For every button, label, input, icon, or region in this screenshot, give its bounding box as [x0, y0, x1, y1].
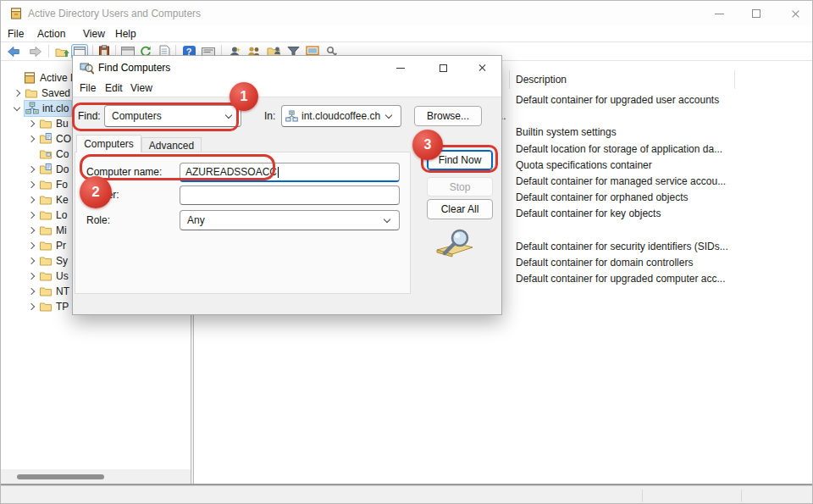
- list-row[interactable]: Default location for storage of applicat…: [516, 141, 722, 158]
- menu-view[interactable]: View: [83, 26, 105, 42]
- list-row[interactable]: Default container for managed service ac…: [516, 174, 726, 190]
- folder-icon: [39, 269, 53, 283]
- menu-file[interactable]: File: [8, 26, 24, 42]
- folder-icon: [39, 224, 53, 237]
- tree-item-domain[interactable]: int.clo: [13, 101, 71, 116]
- dialog-menu-edit[interactable]: Edit: [105, 80, 123, 97]
- dialog-minimize-button[interactable]: [386, 56, 415, 80]
- tree-item-domain-controllers[interactable]: Do: [27, 162, 69, 177]
- window-title: Active Directory Users and Computers: [28, 1, 201, 26]
- tree-item-ntds-quotas[interactable]: NT: [27, 284, 69, 299]
- folder-icon: [25, 86, 38, 100]
- folder-icon: [39, 178, 53, 191]
- role-label: Role:: [86, 214, 110, 226]
- annotation-rect-computer-name: [80, 154, 275, 180]
- up-one-level-icon[interactable]: [53, 44, 70, 59]
- statusbar-separator: [642, 490, 643, 502]
- horizontal-scrollbar[interactable]: [1, 469, 191, 485]
- chevron-right-icon[interactable]: [28, 120, 35, 127]
- find-computers-dialog: Find Computers File Edit View Find: Comp…: [72, 55, 502, 315]
- folder-icon: [39, 254, 53, 268]
- annotation-rect-find-dropdown: [72, 102, 239, 131]
- browse-button[interactable]: Browse...: [414, 106, 482, 126]
- tree-item-ou-1[interactable]: CO: [27, 131, 71, 147]
- search-icon: [434, 227, 478, 263]
- tree-item-builtin[interactable]: Bu: [27, 116, 69, 131]
- column-separator[interactable]: [734, 70, 735, 89]
- chevron-right-icon[interactable]: [28, 273, 35, 280]
- tree-item-tpm-devices[interactable]: TP: [27, 299, 69, 314]
- tree-item-system[interactable]: Sy: [27, 253, 68, 269]
- owner-input[interactable]: [180, 186, 400, 205]
- dialog-menu-view[interactable]: View: [130, 80, 152, 97]
- scrollbar-thumb[interactable]: [17, 474, 104, 479]
- folder-icon: [39, 117, 53, 130]
- role-dropdown[interactable]: Any: [180, 210, 400, 230]
- step-badge-1: 1: [230, 82, 258, 111]
- folder-icon: [39, 285, 53, 298]
- tree-item-computers[interactable]: Co: [27, 147, 69, 162]
- folder-icon: [39, 208, 53, 222]
- maximize-button[interactable]: [739, 1, 773, 26]
- main-titlebar: Active Directory Users and Computers: [1, 1, 813, 26]
- column-header-description[interactable]: Description: [516, 70, 567, 89]
- chevron-right-icon[interactable]: [28, 258, 35, 264]
- ou-icon: [39, 132, 53, 146]
- dialog-close-button[interactable]: [467, 56, 496, 80]
- chevron-right-icon[interactable]: [14, 90, 20, 97]
- menu-help[interactable]: Help: [115, 26, 136, 42]
- dialog-titlebar: Find Computers: [73, 56, 501, 80]
- dialog-menu-file[interactable]: File: [80, 80, 96, 97]
- column-separator[interactable]: [509, 70, 510, 89]
- chevron-down-icon: [385, 112, 392, 119]
- tree-item-program-data[interactable]: Pr: [27, 238, 66, 253]
- list-row[interactable]: Default container for upgraded computer …: [516, 271, 725, 287]
- tree-item-foreign-sp[interactable]: Fo: [27, 177, 68, 192]
- list-row[interactable]: Quota specifications container: [516, 158, 652, 174]
- domain-icon: [285, 110, 298, 123]
- list-row[interactable]: Default container for key objects: [516, 206, 661, 222]
- tree-item-lostandfound[interactable]: Lo: [27, 208, 67, 223]
- list-row[interactable]: Default container for domain controllers: [516, 255, 693, 271]
- selected-highlight: int.clo: [25, 101, 71, 116]
- chevron-right-icon[interactable]: [28, 136, 35, 142]
- list-row[interactable]: Default container for security identifie…: [516, 239, 728, 255]
- chevron-right-icon[interactable]: [28, 227, 35, 234]
- ou-icon: [39, 163, 53, 176]
- folder-icon: [39, 147, 53, 161]
- minimize-button[interactable]: [702, 1, 736, 26]
- tree-item-users[interactable]: Us: [27, 269, 69, 284]
- main-menubar: File Action View Help: [1, 26, 813, 42]
- chevron-right-icon[interactable]: [28, 242, 35, 249]
- in-scope-dropdown[interactable]: int.cloudcoffee.ch: [281, 105, 401, 127]
- chevron-right-icon[interactable]: [28, 166, 35, 173]
- stop-button: Stop: [427, 177, 493, 197]
- tree-item-saved-queries[interactable]: Saved: [13, 86, 70, 101]
- list-row[interactable]: Default container for orphaned objects: [516, 190, 688, 206]
- folder-icon: [39, 300, 53, 313]
- close-button[interactable]: [778, 1, 812, 26]
- chevron-right-icon[interactable]: [28, 181, 35, 188]
- folder-icon: [39, 239, 53, 252]
- chevron-down-icon[interactable]: [14, 104, 20, 111]
- chevron-right-icon[interactable]: [28, 288, 35, 295]
- chevron-right-icon[interactable]: [28, 197, 35, 203]
- step-badge-3: 3: [412, 130, 443, 160]
- forward-icon[interactable]: [27, 44, 44, 59]
- folder-icon: [39, 193, 53, 207]
- dialog-maximize-button[interactable]: [429, 56, 457, 80]
- tab-computers[interactable]: Computers: [76, 135, 141, 152]
- tree-item-keys[interactable]: Ke: [27, 192, 69, 208]
- list-row[interactable]: Default container for upgraded user acco…: [516, 92, 719, 108]
- find-computers-icon: [80, 61, 94, 77]
- menu-action[interactable]: Action: [37, 26, 65, 42]
- console-icon: [23, 71, 36, 85]
- list-row[interactable]: Builtin system settings: [516, 125, 617, 141]
- tree-item-msa[interactable]: Mi: [27, 223, 67, 238]
- dialog-title: Find Computers: [98, 56, 170, 80]
- tab-advanced[interactable]: Advanced: [141, 137, 202, 152]
- chevron-right-icon[interactable]: [28, 303, 35, 310]
- clear-all-button[interactable]: Clear All: [427, 199, 493, 219]
- chevron-right-icon[interactable]: [28, 212, 35, 219]
- back-icon[interactable]: [5, 44, 22, 59]
